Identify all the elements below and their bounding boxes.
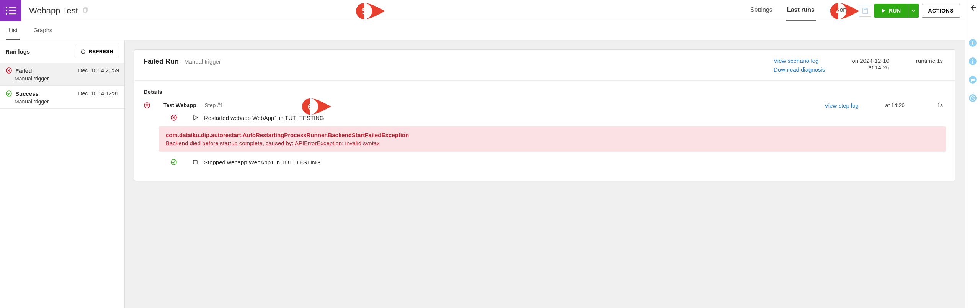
run-date: on 2024-12-10 — [852, 57, 889, 64]
step-duration: 1s — [928, 102, 943, 108]
run-status: Failed — [15, 67, 32, 74]
content-area: Run logs REFRESH Failed Dec. 10 14:26:59… — [0, 40, 965, 308]
actions-button[interactable]: ACTIONS — [922, 4, 960, 18]
info-button[interactable] — [968, 57, 977, 66]
download-diagnosis-link[interactable]: Download diagnosis — [774, 66, 825, 73]
run-button-group: RUN — [874, 4, 919, 18]
app-logo — [0, 0, 21, 21]
status-failed-icon — [5, 67, 12, 74]
nav-last-runs[interactable]: Last runs — [786, 0, 816, 21]
play-outline-icon — [192, 114, 199, 121]
svg-point-20 — [972, 59, 973, 61]
annotation-5: 5 — [356, 3, 385, 20]
nav-settings[interactable]: Settings — [749, 0, 774, 21]
run-logs-panel: Run logs REFRESH Failed Dec. 10 14:26:59… — [0, 40, 125, 308]
status-success-icon — [170, 159, 177, 165]
discussion-button[interactable] — [968, 75, 977, 84]
details-label: Details — [144, 88, 946, 95]
run-item-success[interactable]: Success Dec. 10 14:12:31 Manual trigger — [0, 86, 124, 109]
add-button[interactable] — [968, 38, 977, 48]
refresh-button[interactable]: REFRESH — [75, 46, 119, 57]
step-suffix: — Step #1 — [196, 102, 223, 108]
clock-circle-icon — [969, 94, 977, 102]
svg-rect-16 — [193, 160, 197, 164]
run-detail-title: Failed Run — [144, 57, 179, 66]
run-time: Dec. 10 14:26:59 — [78, 67, 119, 74]
step-row: Test Webapp — Step #1 View step log at 1… — [144, 102, 946, 109]
svg-text:4: 4 — [836, 7, 841, 16]
run-time: Dec. 10 14:12:31 — [78, 90, 119, 97]
right-rail — [965, 0, 980, 308]
substep-text: Stopped webapp WebApp1 in TUT_TESTING — [204, 159, 321, 165]
plus-circle-icon — [969, 39, 977, 47]
subnav-graphs[interactable]: Graphs — [31, 21, 54, 40]
run-status: Success — [15, 90, 39, 97]
substep-restart: Restarted webapp WebApp1 in TUT_TESTING — [170, 114, 946, 121]
refresh-icon — [80, 49, 86, 54]
run-time: at 14:26 — [852, 64, 889, 70]
collapse-button[interactable] — [968, 3, 977, 12]
svg-rect-7 — [83, 8, 87, 12]
chevron-down-icon — [911, 10, 915, 12]
svg-rect-1 — [9, 7, 16, 8]
detail-panel: Failed Run Manual trigger View scenario … — [125, 40, 965, 308]
substep-stop: Stopped webapp WebApp1 in TUT_TESTING — [170, 159, 946, 165]
top-bar: Webapp Test Settings Last runs History R… — [0, 0, 965, 21]
info-circle-icon — [969, 57, 977, 66]
svg-point-2 — [6, 10, 7, 11]
status-success-icon — [5, 90, 12, 97]
svg-rect-21 — [972, 61, 973, 64]
run-detail-card: Failed Run Manual trigger View scenario … — [134, 49, 956, 181]
view-step-log-link[interactable]: View step log — [825, 102, 859, 109]
run-trigger: Manual trigger — [15, 98, 119, 105]
annotation-4: 4 — [830, 3, 859, 20]
run-item-failed[interactable]: Failed Dec. 10 14:26:59 Manual trigger — [0, 63, 124, 86]
error-message: Backend died before startup complete, ca… — [166, 140, 939, 146]
history-button[interactable] — [968, 93, 977, 103]
svg-text:5: 5 — [362, 7, 366, 16]
svg-text:6: 6 — [308, 102, 312, 111]
error-exception: com.dataiku.dip.autorestart.AutoRestarti… — [166, 132, 939, 138]
svg-rect-5 — [9, 13, 16, 14]
save-button[interactable] — [859, 5, 871, 17]
chat-circle-icon — [969, 75, 977, 84]
sub-nav: List Graphs — [0, 21, 965, 40]
page-title: Webapp Test — [29, 6, 78, 16]
run-logs-title: Run logs — [5, 48, 30, 55]
run-button[interactable]: RUN — [874, 4, 908, 18]
arrow-left-icon — [969, 3, 977, 12]
error-box: com.dataiku.dip.autorestart.AutoRestarti… — [159, 126, 946, 152]
play-icon — [881, 8, 886, 13]
step-name: Test Webapp — [163, 102, 196, 108]
stop-outline-icon — [192, 159, 199, 165]
status-failed-icon — [144, 102, 150, 109]
svg-point-0 — [6, 7, 7, 8]
svg-point-4 — [6, 13, 7, 14]
run-trigger: Manual trigger — [15, 75, 119, 82]
run-dropdown[interactable] — [908, 4, 919, 18]
view-scenario-log-link[interactable]: View scenario log — [774, 57, 825, 64]
copy-icon[interactable] — [83, 7, 89, 14]
subnav-list[interactable]: List — [6, 21, 20, 40]
step-time: at 14:26 — [882, 102, 905, 108]
run-runtime: runtime 1s — [916, 57, 943, 64]
svg-rect-3 — [9, 10, 16, 11]
run-detail-subtitle: Manual trigger — [184, 58, 221, 65]
top-actions: RUN ACTIONS — [859, 4, 960, 18]
status-failed-icon — [170, 114, 177, 121]
annotation-6: 6 — [302, 98, 331, 116]
